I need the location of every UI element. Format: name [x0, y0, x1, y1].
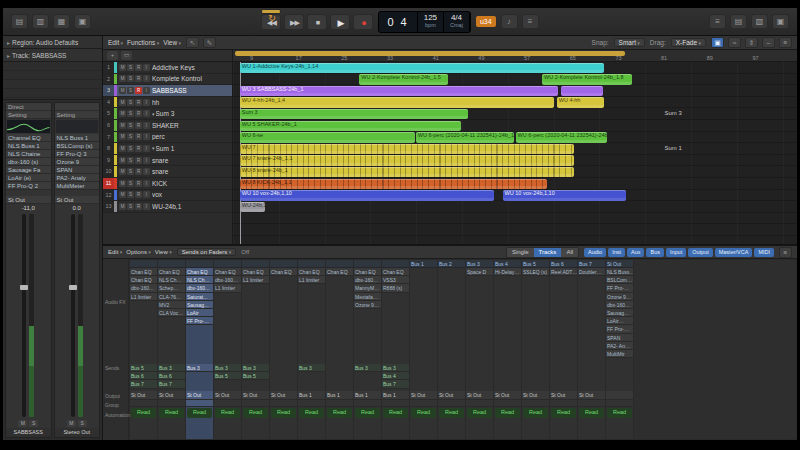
- browsers-icon[interactable]: ▧: [751, 14, 768, 29]
- group-slot[interactable]: [130, 400, 157, 407]
- inspector-icon[interactable]: ▦: [53, 14, 70, 29]
- track-i-button[interactable]: I: [143, 133, 150, 140]
- cycle-button[interactable]: ↻: [261, 9, 281, 14]
- region[interactable]: WU 10 vox-24b,1,10: [503, 190, 626, 201]
- playhead-position[interactable]: 0 4: [379, 12, 417, 32]
- send-slot[interactable]: Bus 3: [158, 364, 185, 372]
- mute-button[interactable]: M: [18, 420, 27, 427]
- audio-fx-slot[interactable]: dbx-160…: [186, 284, 213, 292]
- audio-fx-slot[interactable]: MV2: [158, 301, 185, 309]
- solo-button[interactable]: S: [78, 420, 87, 427]
- audio-fx-slot[interactable]: Space D: [466, 268, 493, 276]
- audio-fx-slot[interactable]: dbx-160…: [214, 276, 241, 284]
- plugin-slot[interactable]: FF Pro-Q 3: [55, 150, 100, 158]
- mixer-strip-5[interactable]: Chan EQL1 limiterBus 3Bus 5St OutRead: [242, 260, 269, 439]
- region[interactable]: WU 4-hh-24b_1,4: [240, 97, 555, 108]
- group-slot[interactable]: [186, 400, 213, 407]
- plugin-slot[interactable]: LoAir (e): [6, 174, 51, 182]
- track-r-button[interactable]: R: [135, 122, 142, 129]
- audio-fx-slot[interactable]: FF Pro-…: [606, 284, 633, 292]
- pointer-tool-icon[interactable]: ↖: [186, 37, 199, 48]
- group-slot[interactable]: [466, 400, 493, 407]
- fader-rail[interactable]: [71, 214, 75, 417]
- plugin-slot[interactable]: NLS Buss 1: [6, 142, 51, 150]
- track-inspector-header[interactable]: ▸Track: SABBSASS: [3, 49, 102, 62]
- track-header-hh[interactable]: 4MSRIhh: [103, 97, 232, 109]
- track-m-button[interactable]: M: [119, 99, 126, 106]
- volume-fader[interactable]: [6, 212, 51, 419]
- track-header-kick[interactable]: 11MSRIKICK: [103, 178, 232, 190]
- mixer-strip-3[interactable]: Chan EQNLS Ch…dbx-160…Saturat…Sausag…LoA…: [186, 260, 213, 439]
- plugin-slot[interactable]: BSLComp (s): [55, 142, 100, 150]
- track-s-button[interactable]: S: [127, 99, 134, 106]
- mixer-strip-8[interactable]: Chan EQBus 1Read: [326, 260, 353, 439]
- track-header-perc[interactable]: 7MSRIperc: [103, 132, 232, 144]
- track-r-button[interactable]: R: [135, 133, 142, 140]
- audio-fx-slot[interactable]: Hi-Delay…: [494, 268, 521, 276]
- mixer-strip-bus-6[interactable]: Bus 6Reel ADT…St OutRead: [550, 260, 577, 439]
- send-slot[interactable]: Bus 5: [130, 364, 157, 372]
- audio-fx-slot[interactable]: Chan EQ: [326, 268, 353, 276]
- plugin-slot[interactable]: Channel EQ: [6, 134, 51, 142]
- audio-fx-slot[interactable]: Sausag…: [186, 301, 213, 309]
- region[interactable]: WU 10 vox-24b,1,10: [240, 190, 494, 201]
- track-header-wu-24b-1[interactable]: 13MSRIWU-24b,1: [103, 201, 232, 213]
- region[interactable]: WU 8 KICK-24b_1,1: [240, 179, 547, 190]
- output-slot[interactable]: Bus 1: [326, 391, 353, 400]
- forward-button[interactable]: ▶▶: [284, 14, 304, 30]
- automation-mode[interactable]: Read: [355, 408, 380, 418]
- region[interactable]: WU 5 SHAKER-24b_1: [240, 121, 462, 132]
- send-slot[interactable]: Bus 3: [382, 364, 409, 372]
- track-r-button[interactable]: R: [135, 87, 142, 94]
- track-m-button[interactable]: M: [119, 110, 126, 117]
- group-slot[interactable]: [382, 400, 409, 407]
- track-i-button[interactable]: I: [143, 145, 150, 152]
- arrange-menu-functions[interactable]: Functions: [127, 39, 159, 46]
- automation-mode[interactable]: Read: [159, 408, 184, 418]
- audio-fx-slot[interactable]: L1 limiter: [130, 293, 157, 301]
- output-slot[interactable]: St Out: [466, 391, 493, 400]
- region[interactable]: WU 2-Komplete Kontrol-24b_1,8: [542, 74, 632, 85]
- audio-fx-slot[interactable]: L1 limiter: [214, 284, 241, 292]
- audio-fx-slot[interactable]: L1 limiter: [242, 276, 269, 284]
- mixer-view-single[interactable]: Single: [507, 248, 534, 257]
- audio-fx-slot[interactable]: Chan EQ: [298, 268, 325, 276]
- send-slot[interactable]: Bus 3: [186, 364, 213, 372]
- track-s-button[interactable]: S: [127, 145, 134, 152]
- track-m-button[interactable]: M: [119, 180, 126, 187]
- track-header-sum-1[interactable]: 8MSRI▾Sum 1: [103, 143, 232, 155]
- track-i-button[interactable]: I: [143, 191, 150, 198]
- send-slot[interactable]: Bus 6: [130, 372, 157, 380]
- audio-fx-slot[interactable]: L1 limiter: [298, 276, 325, 284]
- group-slot[interactable]: [438, 400, 465, 407]
- send-slot[interactable]: Bus 6: [158, 372, 185, 380]
- output-slot[interactable]: St Out: [158, 391, 185, 400]
- track-header-snare[interactable]: 10MSRIsnare: [103, 166, 232, 178]
- track-m-button[interactable]: M: [119, 87, 126, 94]
- audio-fx-slot[interactable]: MannyM…: [354, 284, 381, 292]
- note-pads-icon[interactable]: ▤: [730, 14, 747, 29]
- eq-thumbnail[interactable]: [7, 120, 50, 133]
- region[interactable]: WU 6-se: [240, 132, 415, 143]
- track-r-button[interactable]: R: [135, 99, 142, 106]
- tempo-display[interactable]: 125 bpm: [418, 12, 444, 32]
- audio-fx-slot[interactable]: MultiMtr: [606, 350, 633, 358]
- arrange-menu-view[interactable]: View: [163, 39, 181, 46]
- automation-mode[interactable]: Read: [467, 408, 492, 418]
- track-i-button[interactable]: I: [143, 168, 150, 175]
- track-r-button[interactable]: R: [135, 203, 142, 210]
- strip-setting-cell[interactable]: Setting: [6, 111, 51, 119]
- track-s-button[interactable]: S: [127, 122, 134, 129]
- track-header-shaker[interactable]: 6MSRISHAKER: [103, 120, 232, 132]
- track-m-button[interactable]: M: [119, 191, 126, 198]
- send-slot[interactable]: Bus 3: [214, 364, 241, 372]
- group-slot[interactable]: [214, 400, 241, 407]
- mixer-strip-9[interactable]: Chan EQdbx-160…MannyM…Mextafa…Ozone 9…Bu…: [354, 260, 381, 439]
- region[interactable]: WU 2-Komplete Kontrol-24b_1,5: [359, 74, 448, 85]
- audio-fx-slot[interactable]: Chan EQ: [242, 268, 269, 276]
- mixer-menu-edit[interactable]: Edit: [108, 249, 122, 255]
- track-s-button[interactable]: S: [127, 133, 134, 140]
- plugin-slot[interactable]: Sausage Fa: [6, 166, 51, 174]
- track-s-button[interactable]: S: [127, 110, 134, 117]
- track-header-vox[interactable]: 12MSRIvox: [103, 190, 232, 202]
